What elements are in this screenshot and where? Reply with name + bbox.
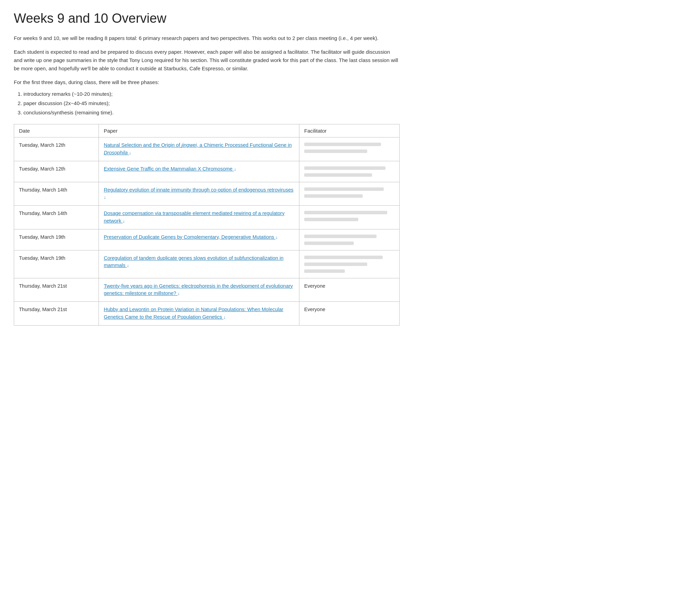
cell-date: Tuesday, March 12th — [14, 161, 99, 182]
table-header-row: Date Paper Facilitator — [14, 124, 400, 137]
cell-date: Thursday, March 14th — [14, 182, 99, 206]
cell-date: Thursday, March 14th — [14, 206, 99, 229]
table-row: Thursday, March 14th Dosage compensation… — [14, 206, 400, 229]
download-icon: ↓ — [123, 218, 125, 225]
paper-link[interactable]: Preservation of Duplicate Genes by Compl… — [104, 234, 278, 240]
facilitator-content — [304, 210, 394, 222]
paper-link[interactable]: Regulatory evolution of innate immunity … — [104, 187, 294, 200]
cell-paper: Regulatory evolution of innate immunity … — [99, 182, 299, 206]
facilitator-content — [304, 165, 394, 178]
cell-date: Tuesday, March 12th — [14, 137, 99, 161]
facilitator-content — [304, 255, 394, 274]
blurred-text — [304, 194, 363, 198]
blurred-text — [304, 150, 367, 153]
phases-list: introductory remarks (~10-20 minutes); p… — [23, 89, 400, 117]
download-icon: ↓ — [224, 314, 226, 321]
phase-item-1: introductory remarks (~10-20 minutes); — [23, 89, 400, 99]
facilitator-content — [304, 186, 394, 199]
column-header-date: Date — [14, 124, 99, 137]
cell-paper: Preservation of Duplicate Genes by Compl… — [99, 229, 299, 250]
cell-date: Thursday, March 21st — [14, 278, 99, 302]
intro-paragraph-2: Each student is expected to read and be … — [14, 48, 400, 73]
paper-link[interactable]: Twenty-five years ago in Genetics: elect… — [104, 283, 293, 296]
table-row: Tuesday, March 19th Preservation of Dupl… — [14, 229, 400, 250]
cell-date: Thursday, March 21st — [14, 302, 99, 326]
cell-facilitator: Everyone — [299, 278, 400, 302]
cell-paper: Dosage compensation via transposable ele… — [99, 206, 299, 229]
download-icon: ↓ — [129, 150, 132, 156]
download-icon: ↓ — [234, 166, 236, 173]
page-title: Weeks 9 and 10 Overview — [14, 11, 400, 26]
schedule-table: Date Paper Facilitator Tuesday, March 12… — [14, 124, 400, 326]
cell-facilitator — [299, 182, 400, 206]
blurred-text — [304, 269, 345, 273]
blurred-text — [304, 187, 384, 191]
facilitator-content — [304, 142, 394, 154]
cell-date: Tuesday, March 19th — [14, 229, 99, 250]
cell-facilitator — [299, 229, 400, 250]
cell-facilitator: Everyone — [299, 302, 400, 326]
table-row: Thursday, March 21st Hubby and Lewontin … — [14, 302, 400, 326]
facilitator-text: Everyone — [304, 307, 325, 312]
cell-paper: Extensive Gene Traffic on the Mammalian … — [99, 161, 299, 182]
paper-link[interactable]: Coregulation of tandem duplicate genes s… — [104, 255, 284, 268]
table-row: Tuesday, March 12th Natural Selection an… — [14, 137, 400, 161]
phase-item-2: paper discussion (2x~40-45 minutes); — [23, 99, 400, 108]
cell-paper: Coregulation of tandem duplicate genes s… — [99, 250, 299, 278]
cell-paper: Hubby and Lewontin on Protein Variation … — [99, 302, 299, 326]
cell-facilitator — [299, 137, 400, 161]
table-row: Tuesday, March 12th Extensive Gene Traff… — [14, 161, 400, 182]
paper-link[interactable]: Natural Selection and the Origin of jing… — [104, 142, 292, 155]
paper-link[interactable]: Dosage compensation via transposable ele… — [104, 211, 285, 224]
download-icon: ↓ — [178, 290, 180, 297]
blurred-text — [304, 173, 372, 177]
blurred-text — [304, 211, 387, 214]
download-icon: ↓ — [127, 262, 129, 269]
blurred-text — [304, 166, 385, 170]
blurred-text — [304, 235, 377, 238]
download-icon: ↓ — [276, 234, 278, 241]
facilitator-text: Everyone — [304, 283, 325, 289]
cell-facilitator — [299, 250, 400, 278]
cell-date: Tuesday, March 19th — [14, 250, 99, 278]
phases-heading: For the first three days, during class, … — [14, 78, 400, 86]
column-header-facilitator: Facilitator — [299, 124, 400, 137]
cell-facilitator — [299, 206, 400, 229]
cell-paper: Natural Selection and the Origin of jing… — [99, 137, 299, 161]
cell-paper: Twenty-five years ago in Genetics: elect… — [99, 278, 299, 302]
blurred-text — [304, 242, 354, 245]
table-row: Thursday, March 14th Regulatory evolutio… — [14, 182, 400, 206]
blurred-text — [304, 143, 381, 146]
download-icon: ↓ — [104, 194, 106, 201]
facilitator-content — [304, 234, 394, 246]
table-row: Thursday, March 21st Twenty-five years a… — [14, 278, 400, 302]
phase-item-3: conclusions/synthesis (remaining time). — [23, 108, 400, 117]
cell-facilitator — [299, 161, 400, 182]
paper-link[interactable]: Extensive Gene Traffic on the Mammalian … — [104, 166, 236, 172]
blurred-text — [304, 218, 358, 221]
table-row: Tuesday, March 19th Coregulation of tand… — [14, 250, 400, 278]
intro-paragraph-1: For weeks 9 and 10, we will be reading 8… — [14, 34, 400, 42]
column-header-paper: Paper — [99, 124, 299, 137]
paper-link[interactable]: Hubby and Lewontin on Protein Variation … — [104, 307, 283, 320]
blurred-text — [304, 263, 367, 266]
blurred-text — [304, 256, 383, 259]
